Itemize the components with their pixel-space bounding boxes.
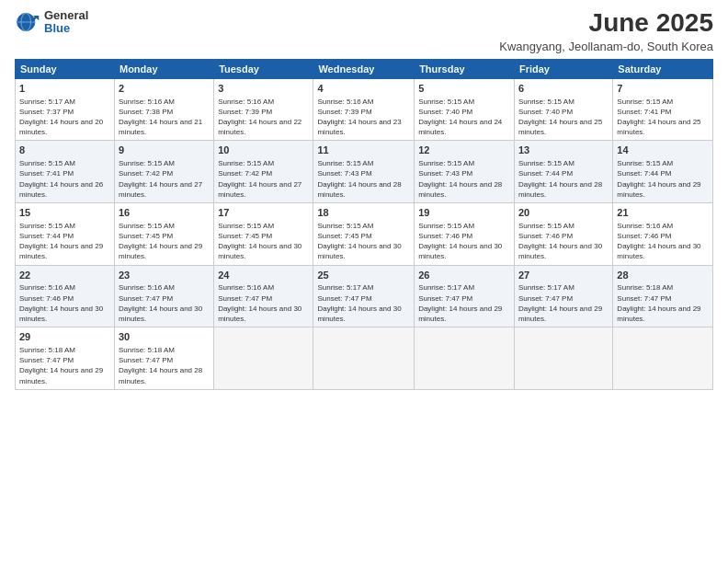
table-row bbox=[313, 327, 415, 390]
col-thursday: Thursday bbox=[415, 59, 515, 78]
page: General Blue June 2025 Kwangyang, Jeolla… bbox=[0, 0, 728, 563]
table-row: 12Sunrise: 5:15 AMSunset: 7:43 PMDayligh… bbox=[415, 141, 515, 203]
table-row: 7Sunrise: 5:15 AMSunset: 7:41 PMDaylight… bbox=[613, 78, 713, 141]
col-wednesday: Wednesday bbox=[313, 59, 415, 78]
table-row: 8Sunrise: 5:15 AMSunset: 7:41 PMDaylight… bbox=[16, 141, 115, 203]
table-row: 6Sunrise: 5:15 AMSunset: 7:40 PMDaylight… bbox=[514, 78, 612, 141]
table-row: 28Sunrise: 5:18 AMSunset: 7:47 PMDayligh… bbox=[613, 265, 713, 327]
col-sunday: Sunday bbox=[16, 59, 115, 78]
logo-text: General Blue bbox=[44, 9, 88, 36]
month-title: June 2025 bbox=[499, 9, 713, 38]
table-row bbox=[214, 327, 313, 390]
table-row: 20Sunrise: 5:15 AMSunset: 7:46 PMDayligh… bbox=[514, 202, 612, 265]
logo-icon bbox=[15, 9, 40, 35]
table-row bbox=[613, 327, 713, 390]
table-row: 10Sunrise: 5:15 AMSunset: 7:42 PMDayligh… bbox=[214, 141, 313, 203]
table-row: 30Sunrise: 5:18 AMSunset: 7:47 PMDayligh… bbox=[114, 327, 213, 390]
title-block: June 2025 Kwangyang, Jeollanam-do, South… bbox=[499, 9, 713, 53]
table-row: 27Sunrise: 5:17 AMSunset: 7:47 PMDayligh… bbox=[514, 265, 612, 327]
logo: General Blue bbox=[15, 9, 88, 36]
table-row: 3Sunrise: 5:16 AMSunset: 7:39 PMDaylight… bbox=[214, 78, 313, 141]
header: General Blue June 2025 Kwangyang, Jeolla… bbox=[15, 9, 713, 53]
col-saturday: Saturday bbox=[613, 59, 713, 78]
table-row: 29Sunrise: 5:18 AMSunset: 7:47 PMDayligh… bbox=[16, 327, 115, 390]
table-row: 5Sunrise: 5:15 AMSunset: 7:40 PMDaylight… bbox=[415, 78, 515, 141]
table-row: 9Sunrise: 5:15 AMSunset: 7:42 PMDaylight… bbox=[114, 141, 213, 203]
table-row: 13Sunrise: 5:15 AMSunset: 7:44 PMDayligh… bbox=[514, 141, 612, 203]
table-row: 17Sunrise: 5:15 AMSunset: 7:45 PMDayligh… bbox=[214, 202, 313, 265]
logo-blue: Blue bbox=[44, 22, 88, 35]
logo-general: General bbox=[44, 9, 88, 22]
col-friday: Friday bbox=[514, 59, 612, 78]
table-row: 11Sunrise: 5:15 AMSunset: 7:43 PMDayligh… bbox=[313, 141, 415, 203]
table-row bbox=[514, 327, 612, 390]
table-row: 2Sunrise: 5:16 AMSunset: 7:38 PMDaylight… bbox=[114, 78, 213, 141]
location-title: Kwangyang, Jeollanam-do, South Korea bbox=[499, 40, 713, 53]
col-tuesday: Tuesday bbox=[214, 59, 313, 78]
table-row: 14Sunrise: 5:15 AMSunset: 7:44 PMDayligh… bbox=[613, 141, 713, 203]
calendar-table: Sunday Monday Tuesday Wednesday Thursday… bbox=[15, 59, 713, 390]
table-row: 21Sunrise: 5:16 AMSunset: 7:46 PMDayligh… bbox=[613, 202, 713, 265]
table-row: 19Sunrise: 5:15 AMSunset: 7:46 PMDayligh… bbox=[415, 202, 515, 265]
table-row: 22Sunrise: 5:16 AMSunset: 7:46 PMDayligh… bbox=[16, 265, 115, 327]
table-row: 16Sunrise: 5:15 AMSunset: 7:45 PMDayligh… bbox=[114, 202, 213, 265]
table-row: 18Sunrise: 5:15 AMSunset: 7:45 PMDayligh… bbox=[313, 202, 415, 265]
table-row: 15Sunrise: 5:15 AMSunset: 7:44 PMDayligh… bbox=[16, 202, 115, 265]
table-row: 24Sunrise: 5:16 AMSunset: 7:47 PMDayligh… bbox=[214, 265, 313, 327]
header-row: Sunday Monday Tuesday Wednesday Thursday… bbox=[16, 59, 713, 78]
table-row: 1Sunrise: 5:17 AMSunset: 7:37 PMDaylight… bbox=[16, 78, 115, 141]
table-row: 26Sunrise: 5:17 AMSunset: 7:47 PMDayligh… bbox=[415, 265, 515, 327]
table-row: 23Sunrise: 5:16 AMSunset: 7:47 PMDayligh… bbox=[114, 265, 213, 327]
table-row: 25Sunrise: 5:17 AMSunset: 7:47 PMDayligh… bbox=[313, 265, 415, 327]
col-monday: Monday bbox=[114, 59, 213, 78]
table-row: 4Sunrise: 5:16 AMSunset: 7:39 PMDaylight… bbox=[313, 78, 415, 141]
table-row bbox=[415, 327, 515, 390]
